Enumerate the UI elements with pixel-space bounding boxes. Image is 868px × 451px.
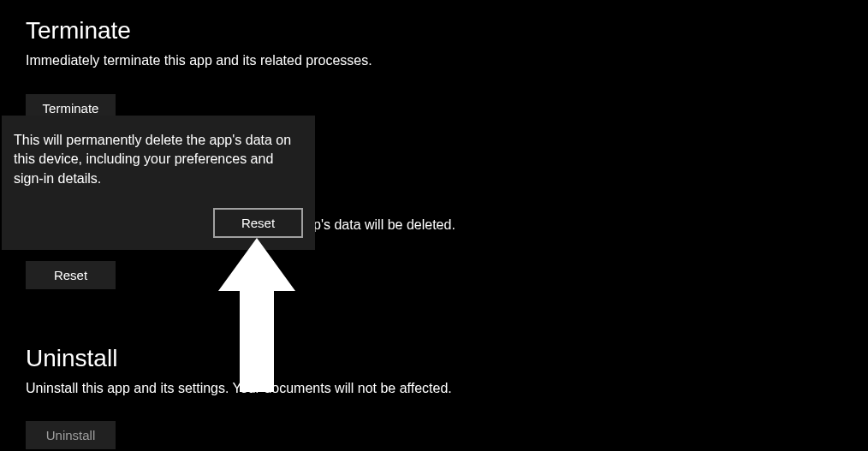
terminate-heading: Terminate — [26, 17, 372, 45]
uninstall-section: Uninstall Uninstall this app and its set… — [26, 345, 452, 410]
reset-description-fragment: p's data will be deleted. — [313, 217, 455, 233]
terminate-description: Immediately terminate this app and its r… — [26, 53, 372, 68]
terminate-section: Terminate Immediately terminate this app… — [26, 17, 372, 82]
reset-confirm-button[interactable]: Reset — [213, 208, 303, 238]
reset-button[interactable]: Reset — [26, 261, 116, 289]
uninstall-heading: Uninstall — [26, 345, 452, 372]
reset-confirm-flyout: This will permanently delete the app's d… — [2, 116, 315, 250]
reset-confirm-message: This will permanently delete the app's d… — [14, 131, 303, 188]
uninstall-description: Uninstall this app and its settings. You… — [26, 381, 452, 396]
uninstall-button[interactable]: Uninstall — [26, 421, 116, 449]
